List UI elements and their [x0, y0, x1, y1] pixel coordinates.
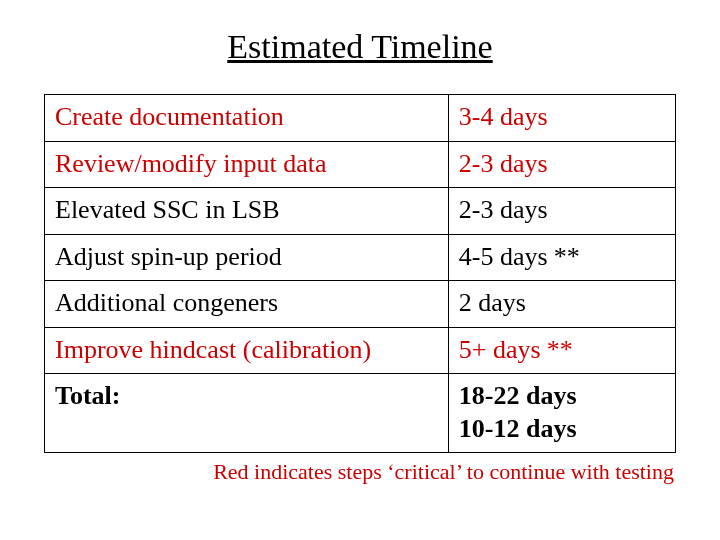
duration-note: **	[554, 241, 580, 274]
slide: Estimated Timeline Create documentation3…	[0, 0, 720, 540]
duration-value: 4-5 days	[459, 242, 548, 271]
duration-cell: 2-3 days	[448, 188, 675, 235]
duration-value: 18-22 days 10-12 days	[459, 381, 577, 443]
task-cell: Additional congeners	[45, 281, 449, 328]
task-cell: Adjust spin-up period	[45, 234, 449, 281]
duration-cell: 2-3 days	[448, 141, 675, 188]
page-title: Estimated Timeline	[44, 28, 676, 66]
task-cell: Review/modify input data	[45, 141, 449, 188]
table-row: Create documentation3-4 days	[45, 95, 676, 142]
duration-cell: 3-4 days	[448, 95, 675, 142]
duration-cell: 5+ days **	[448, 327, 675, 374]
duration-value: 3-4 days	[459, 102, 548, 131]
duration-value: 2-3 days	[459, 195, 548, 224]
task-cell: Elevated SSC in LSB	[45, 188, 449, 235]
table-row: Elevated SSC in LSB2-3 days	[45, 188, 676, 235]
duration-cell: 18-22 days 10-12 days	[448, 374, 675, 453]
duration-value: 5+ days	[459, 335, 541, 364]
footnote: Red indicates steps ‘critical’ to contin…	[44, 459, 674, 485]
task-cell: Create documentation	[45, 95, 449, 142]
duration-cell: 4-5 days **	[448, 234, 675, 281]
table-row: Review/modify input data2-3 days	[45, 141, 676, 188]
duration-note: **	[547, 334, 573, 367]
table-row: Total:18-22 days 10-12 days	[45, 374, 676, 453]
duration-cell: 2 days	[448, 281, 675, 328]
timeline-body: Create documentation3-4 daysReview/modif…	[45, 95, 676, 453]
timeline-table: Create documentation3-4 daysReview/modif…	[44, 94, 676, 453]
task-cell: Total:	[45, 374, 449, 453]
duration-value: 2-3 days	[459, 149, 548, 178]
table-row: Improve hindcast (calibration)5+ days **	[45, 327, 676, 374]
task-cell: Improve hindcast (calibration)	[45, 327, 449, 374]
table-row: Adjust spin-up period4-5 days **	[45, 234, 676, 281]
duration-value: 2 days	[459, 288, 526, 317]
table-row: Additional congeners2 days	[45, 281, 676, 328]
